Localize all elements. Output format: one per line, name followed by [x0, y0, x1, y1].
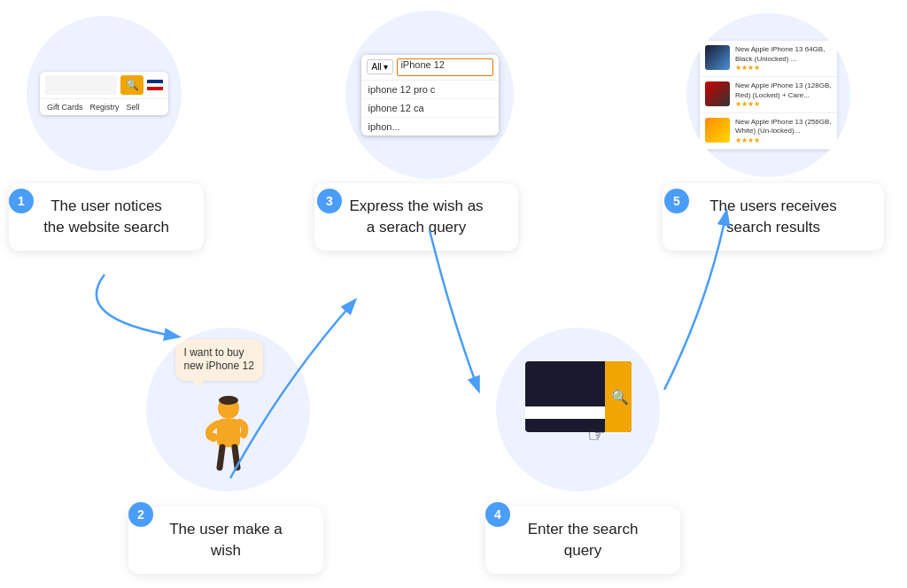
autocomplete-mockup: All ▾ iPhone 12 iphone 12 pro c iphone 1… [361, 55, 499, 135]
result-item-1: New Apple iPhone 13 64GB, Black (Unlocke… [700, 41, 837, 77]
text-box-step4: Enter the search query [485, 507, 680, 574]
results-mockup: New Apple iPhone 13 64GB, Black (Unlocke… [700, 41, 837, 149]
result-item-2: New Apple iPhone 13 (128GB, Red) (Locked… [700, 77, 837, 113]
search-input-field: iPhone 12 [397, 58, 492, 76]
result-img-2 [705, 81, 730, 106]
autocomplete-item-2: iphone 12 ca [361, 99, 499, 118]
all-dropdown: All ▾ [367, 59, 394, 74]
circle-autocomplete: All ▾ iPhone 12 iphone 12 pro c iphone 1… [345, 11, 514, 179]
step-badge-4: 4 [485, 502, 510, 527]
text-box-step2: The user make a wish [128, 507, 323, 574]
autocomplete-item-1: iphone 12 pro c [361, 81, 499, 99]
result-img-1 [705, 45, 730, 70]
circle-results: New Apple iPhone 13 64GB, Black (Unlocke… [686, 13, 850, 177]
arrow-3-to-4 [372, 177, 567, 425]
result-img-3 [705, 118, 730, 143]
step-badge-2: 2 [128, 502, 153, 527]
arrow-4-to-5 [567, 168, 762, 425]
step-badge-3: 3 [317, 189, 342, 213]
diagram: 🔍 Gift Cards Registry Sell All ▾ iPhone … [0, 0, 907, 588]
step-badge-5: 5 [664, 189, 689, 213]
autocomplete-item-3: iphon... [361, 118, 499, 135]
result-item-3: New Apple iPhone 13 (256GB, White) (Un-l… [700, 113, 837, 150]
step-badge-1: 1 [9, 189, 34, 213]
